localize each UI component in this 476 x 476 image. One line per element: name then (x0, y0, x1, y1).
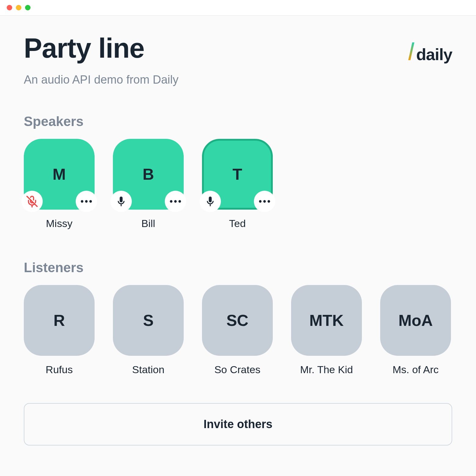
mic-muted-icon (26, 195, 38, 207)
mic-toggle-button[interactable] (21, 191, 43, 212)
header: Party line An audio API demo from Daily … (24, 34, 452, 86)
listener-card[interactable]: MoAMs. of Arc (380, 285, 451, 376)
svg-marker-0 (408, 42, 414, 60)
logo-text: daily (416, 45, 452, 64)
app-content: Party line An audio API demo from Daily … (0, 16, 476, 476)
mic-icon (204, 196, 216, 207)
listener-name: So Crates (214, 364, 260, 376)
avatar-initial: T (233, 165, 242, 183)
page-title: Party line (24, 34, 179, 63)
more-options-button[interactable] (254, 191, 275, 212)
more-options-button[interactable] (165, 191, 186, 212)
listener-card[interactable]: SCSo Crates (202, 285, 273, 376)
listener-avatar: MoA (380, 285, 451, 356)
more-icon (80, 200, 92, 203)
listener-avatar: MTK (291, 285, 362, 356)
invite-label: Invite others (204, 418, 272, 431)
avatar-wrap: T (202, 139, 273, 210)
avatar-initial: R (53, 311, 65, 330)
svg-rect-6 (121, 204, 121, 206)
svg-point-4 (85, 200, 88, 202)
listeners-heading: Listeners (24, 260, 452, 275)
avatar-wrap: SC (202, 285, 273, 356)
svg-point-7 (170, 200, 172, 202)
speakers-section: Speakers MMissyBBillTTed (24, 114, 452, 229)
svg-point-11 (259, 200, 261, 202)
speaker-card[interactable]: TTed (202, 139, 273, 229)
listener-name: Mr. The Kid (300, 364, 353, 376)
daily-logo: daily (408, 42, 452, 64)
svg-point-5 (89, 200, 92, 202)
page-subtitle: An audio API demo from Daily (24, 73, 179, 86)
svg-point-13 (268, 200, 270, 202)
speaker-card[interactable]: MMissy (24, 139, 95, 229)
listener-avatar: S (113, 285, 184, 356)
avatar-wrap: M (24, 139, 95, 210)
avatar-wrap: S (113, 285, 184, 356)
speaker-name: Bill (141, 218, 155, 229)
slash-icon (408, 42, 414, 60)
more-icon (169, 200, 182, 203)
svg-rect-10 (210, 204, 211, 206)
listener-name: Rufus (46, 364, 73, 376)
svg-point-12 (263, 200, 266, 202)
avatar-initial: MTK (309, 311, 344, 330)
listener-name: Ms. of Arc (392, 364, 438, 376)
listener-card[interactable]: MTKMr. The Kid (291, 285, 362, 376)
listeners-row: RRufusSStationSCSo CratesMTKMr. The KidM… (24, 285, 452, 376)
listener-avatar: R (24, 285, 95, 356)
avatar-initial: SC (226, 311, 248, 330)
speaker-name: Missy (46, 218, 73, 229)
more-icon (258, 200, 271, 203)
avatar-wrap: MTK (291, 285, 362, 356)
speakers-heading: Speakers (24, 114, 452, 129)
more-options-button[interactable] (76, 191, 97, 212)
listener-avatar: SC (202, 285, 273, 356)
window-zoom-button[interactable] (25, 5, 31, 10)
avatar-initial: M (52, 165, 66, 183)
svg-point-3 (81, 200, 83, 202)
invite-section: Invite others (24, 403, 452, 445)
header-text: Party line An audio API demo from Daily (24, 34, 179, 86)
speaker-card[interactable]: BBill (113, 139, 184, 229)
speaker-name: Ted (229, 218, 246, 229)
listeners-section: Listeners RRufusSStationSCSo CratesMTKMr… (24, 260, 452, 376)
mic-toggle-button[interactable] (200, 191, 221, 212)
speakers-row: MMissyBBillTTed (24, 139, 452, 229)
listener-name: Station (132, 364, 164, 376)
mic-toggle-button[interactable] (110, 191, 132, 212)
avatar-wrap: MoA (380, 285, 451, 356)
avatar-initial: B (142, 165, 154, 183)
listener-card[interactable]: SStation (113, 285, 184, 376)
svg-point-9 (179, 200, 181, 202)
invite-others-button[interactable]: Invite others (24, 403, 452, 445)
avatar-wrap: R (24, 285, 95, 356)
avatar-initial: MoA (398, 311, 433, 330)
avatar-initial: S (143, 311, 154, 330)
window-close-button[interactable] (7, 5, 12, 10)
listener-card[interactable]: RRufus (24, 285, 95, 376)
window-minimize-button[interactable] (16, 5, 21, 10)
svg-point-8 (174, 200, 177, 202)
window-chrome (0, 0, 476, 15)
avatar-wrap: B (113, 139, 184, 210)
mic-icon (115, 196, 127, 207)
